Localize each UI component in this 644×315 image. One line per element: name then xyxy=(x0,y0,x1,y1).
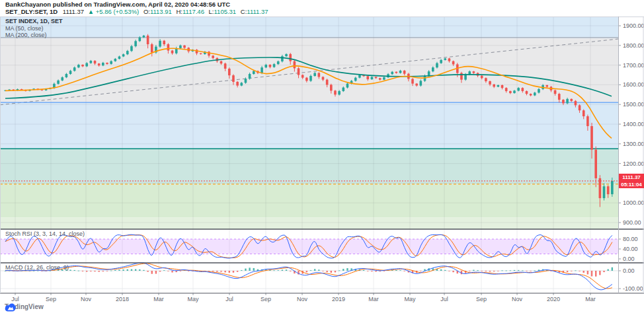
svg-text:1800.00: 1800.00 xyxy=(623,42,644,49)
tradingview-snapshot: 1900.001800.001700.001600.001500.001400.… xyxy=(0,0,644,315)
svg-text:1300.00: 1300.00 xyxy=(623,141,644,147)
low-value: 1105.31 xyxy=(214,8,237,15)
price-axis[interactable]: 1900.001800.001700.001600.001500.001400.… xyxy=(618,17,644,302)
svg-text:Sep: Sep xyxy=(476,296,487,302)
stoch-rsi-label[interactable]: Stoch RSI (3, 3, 14, 14, close) xyxy=(5,230,85,237)
open-value: 1113.91 xyxy=(150,8,172,15)
macd-pane xyxy=(0,263,618,290)
legend-ma200-row[interactable]: MA (200, close) xyxy=(5,32,63,39)
svg-text:Jul: Jul xyxy=(11,296,19,302)
svg-text:May: May xyxy=(404,296,416,302)
svg-text:1900.00: 1900.00 xyxy=(623,22,644,29)
svg-text:0.00: 0.00 xyxy=(623,267,635,274)
svg-text:Nov: Nov xyxy=(512,296,523,302)
high-label: H: xyxy=(177,8,183,15)
current-price-badge: 1111.37 05:11:04 xyxy=(619,174,644,188)
badge-price: 1111.37 xyxy=(619,174,644,181)
svg-text:900.00: 900.00 xyxy=(623,219,641,226)
high-value: 1117.46 xyxy=(182,8,204,15)
svg-text:1000.00: 1000.00 xyxy=(623,199,644,206)
macd-label[interactable]: MACD (12, 26, close, 9) xyxy=(5,264,69,271)
svg-text:0.00: 0.00 xyxy=(623,256,635,262)
svg-text:-100.00: -100.00 xyxy=(623,285,643,292)
svg-text:May: May xyxy=(187,296,199,302)
chart-canvas[interactable]: 1900.001800.001700.001600.001500.001400.… xyxy=(0,0,644,315)
low-label: L: xyxy=(209,8,214,15)
time-axis[interactable]: JulSepNov2018MarMayJulSepNov2019MarMayJu… xyxy=(11,293,596,302)
svg-text:40.00: 40.00 xyxy=(623,246,638,252)
svg-text:1600.00: 1600.00 xyxy=(623,81,644,88)
macd-line xyxy=(5,263,612,290)
symbol-ohlc-line: SET_DLY:SET, 1D 1111.37 ▲ +5.86 (+0.53%)… xyxy=(5,8,268,15)
price-bands xyxy=(0,17,618,229)
svg-text:Mar: Mar xyxy=(585,296,596,302)
close-value: 1111.37 xyxy=(247,8,268,15)
last-price: 1111.37 xyxy=(63,8,84,15)
symbol-name: SET_DLY:SET, 1D xyxy=(5,8,58,15)
open-label: O: xyxy=(143,8,150,15)
macd-signal-line xyxy=(5,263,612,289)
svg-text:Mar: Mar xyxy=(153,296,164,302)
svg-text:Mar: Mar xyxy=(368,296,379,302)
svg-text:Sep: Sep xyxy=(46,296,56,302)
legend-ma50-row[interactable]: MA (50, close) xyxy=(5,25,63,32)
svg-text:1500.00: 1500.00 xyxy=(623,101,644,108)
attribution-line: BankChayanon published on TradingView.co… xyxy=(5,1,230,8)
svg-text:Nov: Nov xyxy=(297,296,308,302)
svg-text:Jul: Jul xyxy=(440,296,448,302)
svg-text:Jul: Jul xyxy=(225,296,233,302)
main-legend: SET INDEX, 1D, SET MA (50, close) MA (20… xyxy=(5,18,63,39)
svg-text:80.00: 80.00 xyxy=(623,236,638,242)
legend-symbol-row[interactable]: SET INDEX, 1D, SET xyxy=(5,18,63,25)
svg-text:1400.00: 1400.00 xyxy=(623,121,644,127)
svg-text:2020: 2020 xyxy=(547,296,560,302)
svg-text:2019: 2019 xyxy=(332,296,345,302)
svg-text:Sep: Sep xyxy=(261,296,271,302)
close-label: C: xyxy=(241,8,247,15)
svg-text:Nov: Nov xyxy=(81,296,92,302)
tradingview-logo-icon[interactable] xyxy=(5,303,16,312)
svg-text:1700.00: 1700.00 xyxy=(623,62,644,69)
svg-text:2018: 2018 xyxy=(116,296,129,302)
badge-countdown: 05:11:04 xyxy=(619,181,644,188)
stoch-pane xyxy=(0,234,618,258)
price-change: ▲ +5.86 (+0.53%) xyxy=(88,8,140,15)
footer: TradingView xyxy=(5,303,44,310)
svg-text:1200.00: 1200.00 xyxy=(623,160,644,167)
